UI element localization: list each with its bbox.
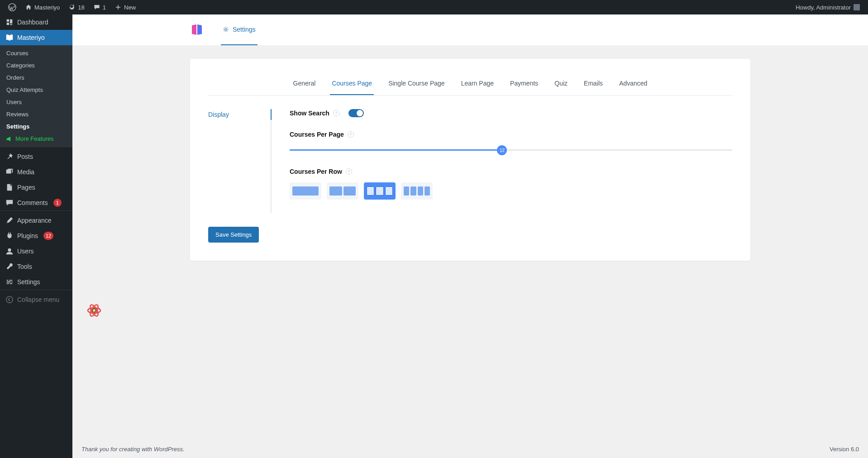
sidebar-label: Users (17, 248, 34, 255)
plugin-icon (5, 232, 14, 240)
sidebar-item-masteriyo[interactable]: Masteriyo (0, 30, 72, 45)
howdy-link[interactable]: Howdy, Administrator (791, 0, 864, 14)
tab-single-course[interactable]: Single Course Page (386, 72, 447, 95)
new-label: New (124, 4, 136, 11)
collapse-menu[interactable]: Collapse menu (0, 292, 72, 307)
slider-thumb[interactable]: 12 (497, 145, 507, 155)
sub-label: More Features (15, 135, 54, 142)
page-icon (5, 183, 14, 191)
info-icon[interactable]: ? (333, 110, 339, 116)
user-icon (5, 247, 14, 255)
label-courses-per-page: Courses Per Page (290, 131, 344, 138)
sidebar-item-settings[interactable]: Settings (0, 274, 72, 290)
admin-bar: Masteriyo 18 1 New Howdy, Administrator (0, 0, 868, 14)
sub-quiz-attempts[interactable]: Quiz Attempts (0, 84, 72, 96)
sidebar-item-plugins[interactable]: Plugins 12 (0, 228, 72, 243)
page-header: Settings (72, 14, 868, 45)
info-icon[interactable]: ? (346, 168, 352, 175)
svg-rect-1 (854, 4, 860, 10)
settings-form: Show Search ? Courses Per Page ? 12 (290, 109, 732, 213)
brush-icon (5, 216, 14, 224)
svg-point-3 (6, 296, 13, 303)
dashboard-icon (5, 18, 14, 26)
sub-more-features[interactable]: More Features (0, 133, 72, 145)
masteriyo-logo (190, 23, 204, 37)
sidebar-item-dashboard[interactable]: Dashboard (0, 14, 72, 30)
label-show-search: Show Search (290, 110, 329, 117)
sidebar-item-tools[interactable]: Tools (0, 259, 72, 274)
row-opt-3[interactable] (364, 182, 396, 200)
react-query-devtools-icon[interactable] (86, 302, 102, 319)
sub-users[interactable]: Users (0, 96, 72, 108)
gear-icon (223, 26, 229, 33)
comments-link[interactable]: 1 (89, 0, 110, 14)
sidebar-item-posts[interactable]: Posts (0, 149, 72, 164)
pin-icon (5, 153, 14, 161)
collapse-icon (5, 296, 14, 304)
update-icon (69, 4, 75, 10)
sliders-icon (5, 278, 14, 286)
main-area: Settings General Courses Page Single Cou… (72, 14, 868, 458)
sidebar-label: Appearance (17, 217, 52, 224)
save-button[interactable]: Save Settings (208, 227, 259, 243)
sidebar-label: Media (17, 168, 34, 176)
tab-learn-page[interactable]: Learn Page (459, 72, 496, 95)
row-opt-1[interactable] (290, 182, 321, 200)
courses-per-row-options (290, 182, 732, 200)
toggle-show-search[interactable] (348, 109, 364, 117)
tab-payments[interactable]: Payments (508, 72, 540, 95)
tab-advanced[interactable]: Advanced (617, 72, 649, 95)
wrench-icon (5, 262, 14, 271)
site-link[interactable]: Masteriyo (21, 0, 64, 14)
wp-logo[interactable] (4, 0, 21, 14)
side-tab-display[interactable]: Display (208, 109, 271, 120)
sub-reviews[interactable]: Reviews (0, 108, 72, 120)
sidebar-label: Plugins (17, 232, 38, 239)
new-link[interactable]: New (110, 0, 140, 14)
svg-point-2 (8, 248, 11, 252)
howdy-text: Howdy, Administrator (796, 4, 851, 11)
slider-courses-per-page[interactable]: 12 (290, 145, 732, 154)
footer-thanks: Thank you for creating with WordPress. (81, 446, 185, 453)
book-icon (5, 33, 14, 42)
svg-point-4 (225, 29, 227, 30)
tab-general[interactable]: General (291, 72, 318, 95)
home-icon (25, 4, 32, 10)
row-opt-2[interactable] (327, 182, 358, 200)
footer: Thank you for creating with WordPress. V… (72, 440, 868, 458)
sidebar-label: Pages (17, 184, 35, 191)
sidebar-item-appearance[interactable]: Appearance (0, 213, 72, 228)
sidebar-item-pages[interactable]: Pages (0, 180, 72, 195)
sidebar-label: Masteriyo (17, 34, 45, 41)
sub-orders[interactable]: Orders (0, 72, 72, 84)
tab-quiz[interactable]: Quiz (553, 72, 569, 95)
updates-link[interactable]: 18 (64, 0, 89, 14)
admin-sidebar: Dashboard Masteriyo Courses Categories O… (0, 14, 72, 458)
side-tabs: Display (208, 109, 272, 213)
settings-card: General Courses Page Single Course Page … (190, 59, 750, 261)
sidebar-label: Settings (17, 278, 40, 286)
settings-tabs: General Courses Page Single Course Page … (208, 72, 732, 95)
plus-icon (115, 4, 121, 10)
info-icon[interactable]: ? (348, 131, 354, 138)
sidebar-label: Comments (17, 199, 48, 206)
sidebar-label: Posts (17, 153, 33, 160)
header-tab-label: Settings (233, 26, 256, 33)
sidebar-item-comments[interactable]: Comments 1 (0, 195, 72, 210)
sidebar-item-media[interactable]: Media (0, 164, 72, 180)
label-courses-per-row: Courses Per Row (290, 168, 342, 175)
slider-fill (290, 149, 502, 151)
sidebar-label: Collapse menu (17, 296, 59, 303)
sidebar-item-users[interactable]: Users (0, 243, 72, 259)
sidebar-label: Dashboard (17, 19, 48, 26)
sub-categories[interactable]: Categories (0, 59, 72, 72)
sub-settings[interactable]: Settings (0, 120, 72, 133)
tab-courses-page[interactable]: Courses Page (330, 72, 374, 95)
tab-emails[interactable]: Emails (582, 72, 605, 95)
site-name: Masteriyo (34, 4, 60, 11)
comments-badge: 1 (53, 199, 62, 207)
row-opt-4[interactable] (401, 182, 433, 200)
header-tab-settings[interactable]: Settings (221, 14, 258, 45)
sub-courses[interactable]: Courses (0, 47, 72, 59)
plugins-badge: 12 (43, 232, 53, 240)
